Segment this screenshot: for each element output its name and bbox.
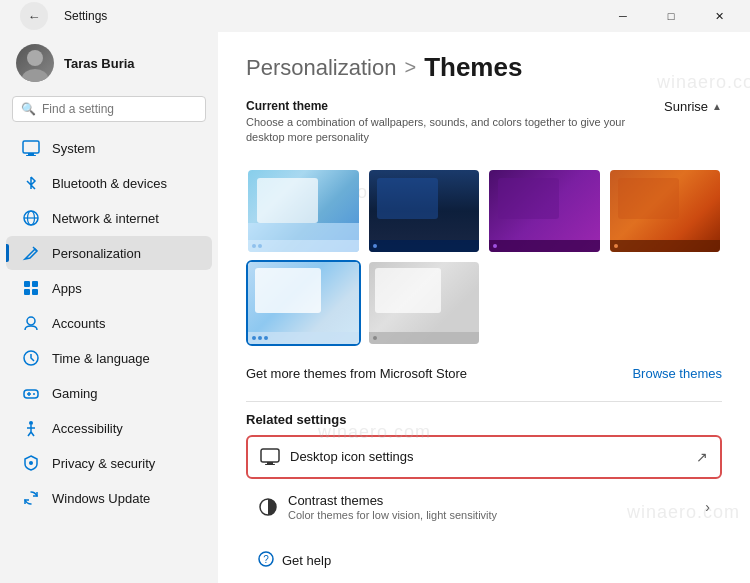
breadcrumb-current: Themes	[424, 52, 522, 83]
avatar	[16, 44, 54, 82]
current-theme-label: Current theme	[246, 99, 626, 113]
window-title: Settings	[64, 9, 107, 23]
accounts-icon	[22, 314, 40, 332]
title-bar: ← Settings ─ □ ✕	[0, 0, 750, 32]
theme-name-toggle[interactable]: Sunrise ▲	[664, 99, 722, 114]
sidebar-label-bluetooth: Bluetooth & devices	[52, 176, 167, 191]
update-icon	[22, 489, 40, 507]
theme-thumb-4[interactable]	[608, 168, 723, 254]
get-themes-row: Get more themes from Microsoft Store Bro…	[246, 360, 722, 387]
time-icon	[22, 349, 40, 367]
sidebar-item-apps[interactable]: Apps	[6, 271, 212, 305]
user-profile[interactable]: Taras Buria	[0, 32, 218, 92]
svg-rect-2	[23, 141, 39, 153]
sidebar-item-accessibility[interactable]: Accessibility	[6, 411, 212, 445]
divider-1	[246, 401, 722, 402]
svg-point-1	[22, 69, 48, 82]
apps-icon	[22, 279, 40, 297]
sidebar-label-network: Network & internet	[52, 211, 159, 226]
sidebar-label-system: System	[52, 141, 95, 156]
content-area: winaero.com winaero.com winaero.com wina…	[218, 32, 750, 583]
get-help-label: Get help	[282, 553, 331, 568]
app-window: Taras Buria 🔍 System Bluetooth & devices	[0, 32, 750, 583]
chevron-up-icon: ▲	[712, 101, 722, 112]
svg-rect-27	[265, 464, 275, 465]
network-icon	[22, 209, 40, 227]
theme-thumb-5[interactable]	[246, 260, 361, 346]
related-settings-label: Related settings	[246, 412, 722, 427]
search-input[interactable]	[42, 102, 197, 116]
breadcrumb-parent[interactable]: Personalization	[246, 55, 396, 81]
sidebar-label-personalization: Personalization	[52, 246, 141, 261]
svg-rect-3	[28, 153, 34, 155]
sidebar-label-accounts: Accounts	[52, 316, 105, 331]
personalization-icon	[22, 244, 40, 262]
sidebar-item-bluetooth[interactable]: Bluetooth & devices	[6, 166, 212, 200]
window-controls: ─ □ ✕	[600, 0, 742, 32]
desktop-icon-settings-item[interactable]: Desktop icon settings ↗	[246, 435, 722, 479]
sidebar-item-personalization[interactable]: Personalization	[6, 236, 212, 270]
svg-point-19	[29, 421, 33, 425]
theme-thumb-1[interactable]	[246, 168, 361, 254]
chevron-right-icon: ›	[705, 499, 710, 515]
svg-rect-12	[32, 289, 38, 295]
theme-header: Current theme Choose a combination of wa…	[246, 99, 722, 158]
sidebar: Taras Buria 🔍 System Bluetooth & devices	[0, 32, 218, 583]
svg-rect-4	[26, 155, 36, 156]
sidebar-label-time: Time & language	[52, 351, 150, 366]
help-section: ? Get help Give feedback	[246, 541, 722, 583]
sidebar-item-privacy[interactable]: Privacy & security	[6, 446, 212, 480]
gaming-icon	[22, 384, 40, 402]
sidebar-label-update: Windows Update	[52, 491, 150, 506]
minimize-button[interactable]: ─	[600, 0, 646, 32]
theme-thumb-2[interactable]	[367, 168, 482, 254]
svg-point-13	[27, 317, 35, 325]
close-button[interactable]: ✕	[696, 0, 742, 32]
svg-point-18	[33, 393, 35, 395]
theme-grid-row2	[246, 260, 722, 346]
svg-point-24	[29, 461, 33, 465]
svg-rect-10	[32, 281, 38, 287]
sidebar-item-update[interactable]: Windows Update	[6, 481, 212, 515]
contrast-icon	[258, 497, 278, 517]
get-help-icon: ?	[258, 551, 274, 570]
current-theme-desc: Choose a combination of wallpapers, soun…	[246, 115, 626, 146]
bluetooth-icon	[22, 174, 40, 192]
desktop-icon-icon	[260, 447, 280, 467]
theme-thumb-3[interactable]	[487, 168, 602, 254]
search-box[interactable]: 🔍	[12, 96, 206, 122]
related-settings-section: Related settings Desktop icon settings ↗	[246, 412, 722, 531]
contrast-themes-item[interactable]: Contrast themes Color themes for low vis…	[246, 483, 722, 531]
external-link-icon: ↗	[696, 449, 708, 465]
breadcrumb-separator: >	[404, 56, 416, 79]
sidebar-item-network[interactable]: Network & internet	[6, 201, 212, 235]
sidebar-item-time[interactable]: Time & language	[6, 341, 212, 375]
sidebar-item-gaming[interactable]: Gaming	[6, 376, 212, 410]
desktop-icon-label: Desktop icon settings	[290, 449, 414, 464]
sidebar-label-accessibility: Accessibility	[52, 421, 123, 436]
breadcrumb: Personalization > Themes	[246, 52, 722, 83]
browse-themes-link[interactable]: Browse themes	[632, 366, 722, 381]
sidebar-label-gaming: Gaming	[52, 386, 98, 401]
svg-point-0	[27, 50, 43, 66]
back-button[interactable]: ←	[20, 2, 48, 30]
privacy-icon	[22, 454, 40, 472]
give-feedback-item[interactable]: Give feedback	[246, 576, 722, 583]
theme-thumb-6[interactable]	[367, 260, 482, 346]
get-help-item[interactable]: ? Get help	[246, 545, 722, 576]
theme-grid-row1	[246, 168, 722, 254]
sidebar-item-system[interactable]: System	[6, 131, 212, 165]
svg-rect-9	[24, 281, 30, 287]
sidebar-label-apps: Apps	[52, 281, 82, 296]
theme-name-text: Sunrise	[664, 99, 708, 114]
sidebar-item-accounts[interactable]: Accounts	[6, 306, 212, 340]
sidebar-nav: System Bluetooth & devices Network & int…	[0, 130, 218, 516]
contrast-themes-desc: Color themes for low vision, light sensi…	[288, 509, 497, 521]
maximize-button[interactable]: □	[648, 0, 694, 32]
svg-line-23	[31, 432, 34, 436]
svg-text:?: ?	[263, 554, 269, 565]
search-icon: 🔍	[21, 102, 36, 116]
system-icon	[22, 139, 40, 157]
get-more-themes-link[interactable]: Get more themes from Microsoft Store	[246, 366, 467, 381]
contrast-themes-label: Contrast themes	[288, 493, 497, 508]
